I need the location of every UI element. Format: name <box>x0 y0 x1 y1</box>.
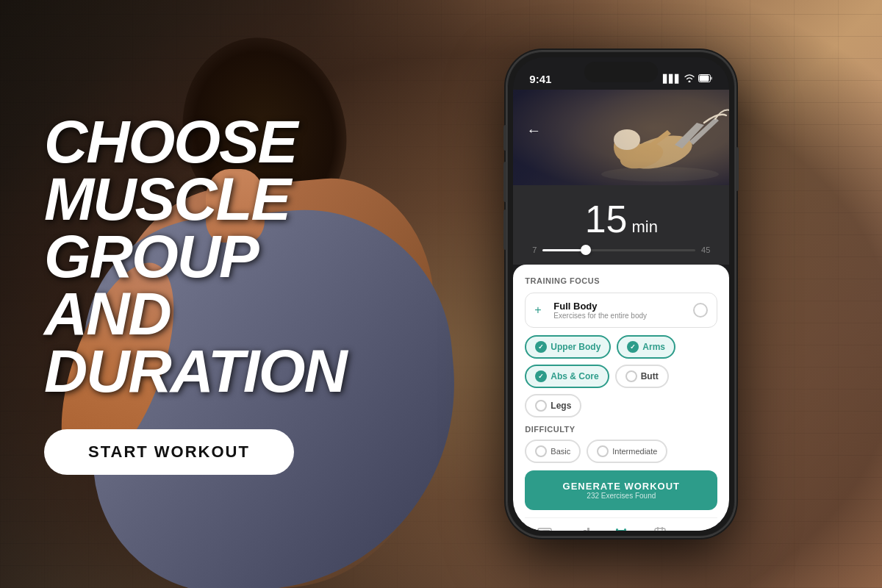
slider-min-label: 7 <box>532 245 537 254</box>
plus-icon: + <box>534 304 548 317</box>
phone-app-content: 15 min 7 45 <box>513 185 729 531</box>
duration-value: 15 <box>585 200 628 238</box>
volume-down-button <box>503 209 506 250</box>
volume-up-button <box>503 162 506 202</box>
generate-subtitle: 232 Exercises Found <box>535 492 707 500</box>
chip-label-butt: Butt <box>641 371 659 381</box>
chip-radio-butt <box>625 370 637 382</box>
svg-rect-16 <box>587 528 589 531</box>
left-section: CHOOSE MUSCLE GROUP AND DURATION START W… <box>0 54 390 533</box>
silent-switch <box>503 125 506 151</box>
basic-label: Basic <box>551 447 570 456</box>
nav-more[interactable]: ••• More <box>679 529 717 531</box>
muscle-chips: ✓ Upper Body ✓ Arms ✓ Abs & Core <box>525 335 717 417</box>
slider-fill <box>542 249 585 251</box>
cta-button-label: START WORKOUT <box>88 442 250 462</box>
intermediate-radio <box>597 445 609 457</box>
nav-plan[interactable]: Plan <box>641 527 679 531</box>
full-body-option[interactable]: + Full Body Exercises for the entire bod… <box>525 293 717 328</box>
start-workout-button[interactable]: START WORKOUT <box>44 429 294 475</box>
svg-rect-19 <box>616 528 618 531</box>
svg-rect-2 <box>711 76 712 79</box>
full-body-left: + Full Body Exercises for the entire bod… <box>534 301 647 320</box>
headline-line3: AND DURATION <box>44 285 346 400</box>
headline: CHOOSE MUSCLE GROUP AND DURATION <box>44 113 346 399</box>
svg-rect-15 <box>584 530 587 531</box>
signal-icon: ▋▋▋ <box>663 74 681 84</box>
right-section: 9:41 ▋▋▋ <box>390 51 882 537</box>
full-body-subtitle: Exercises for the entire body <box>553 312 647 320</box>
duration-section: 15 min 7 45 <box>513 185 729 265</box>
back-button[interactable]: ← <box>526 122 541 139</box>
plan-icon <box>654 527 666 531</box>
battery-icon <box>698 74 713 84</box>
generate-title: GENERATE WORKOUT <box>535 481 707 492</box>
chip-legs[interactable]: Legs <box>525 394 581 417</box>
chip-check-abs: ✓ <box>535 370 547 382</box>
difficulty-options: Basic Intermediate <box>525 440 717 463</box>
chip-label-arms: Arms <box>642 342 665 352</box>
chip-label-abs: Abs & Core <box>551 371 598 381</box>
status-icons: ▋▋▋ <box>663 74 713 84</box>
workouts-icon <box>613 526 629 531</box>
svg-rect-20 <box>624 528 626 531</box>
svg-rect-21 <box>618 530 624 531</box>
chip-label-upper-body: Upper Body <box>551 342 600 352</box>
chip-upper-body[interactable]: ✓ Upper Body <box>525 335 611 359</box>
full-body-radio[interactable] <box>693 303 708 318</box>
slider-track[interactable] <box>542 249 695 251</box>
power-button <box>736 147 739 191</box>
slider-thumb[interactable] <box>581 245 591 255</box>
svg-point-8 <box>614 129 640 150</box>
full-body-title: Full Body <box>553 301 647 312</box>
bottom-navigation: Feed <box>525 517 717 531</box>
more-icon: ••• <box>691 529 706 531</box>
phone-mockup: 9:41 ▋▋▋ <box>507 51 735 537</box>
difficulty-heading: DIFFICULTY <box>525 425 717 434</box>
chip-check-arms: ✓ <box>627 341 639 353</box>
basic-radio <box>535 445 547 457</box>
svg-rect-10 <box>539 530 550 531</box>
nav-workouts[interactable]: Workouts <box>602 526 640 531</box>
full-body-text: Full Body Exercises for the entire body <box>553 301 647 320</box>
difficulty-intermediate[interactable]: Intermediate <box>587 440 667 463</box>
phone-notch <box>584 62 658 82</box>
chip-check-upper-body: ✓ <box>535 341 547 353</box>
progress-icon <box>576 528 589 531</box>
hero-illustration <box>513 90 729 185</box>
nav-progress[interactable]: Progress <box>564 528 602 531</box>
chip-butt[interactable]: Butt <box>615 365 669 388</box>
training-focus-heading: TRAINING FOCUS <box>525 276 717 285</box>
generate-workout-button[interactable]: GENERATE WORKOUT 232 Exercises Found <box>525 470 717 510</box>
chip-radio-legs <box>535 400 547 412</box>
phone-hero-image: ← <box>513 90 729 185</box>
difficulty-basic[interactable]: Basic <box>525 440 581 463</box>
slider-max-label: 45 <box>701 245 710 254</box>
chip-arms[interactable]: ✓ Arms <box>617 335 675 359</box>
svg-rect-22 <box>655 528 665 531</box>
nav-feed[interactable]: Feed <box>525 528 563 531</box>
status-time: 9:41 <box>529 73 551 85</box>
chip-abs-core[interactable]: ✓ Abs & Core <box>525 365 609 388</box>
duration-slider[interactable]: 7 45 <box>529 245 713 254</box>
content-overlay: CHOOSE MUSCLE GROUP AND DURATION START W… <box>0 0 882 588</box>
headline-line1: CHOOSE <box>44 113 346 171</box>
phone-screen: 9:41 ▋▋▋ <box>513 57 729 531</box>
svg-rect-1 <box>700 75 709 81</box>
svg-point-4 <box>601 167 719 182</box>
wifi-icon <box>684 74 695 84</box>
feed-icon <box>537 528 552 531</box>
phone-card: TRAINING FOCUS + Full Body Exercises for… <box>513 265 729 531</box>
chip-label-legs: Legs <box>551 401 571 411</box>
headline-line2: MUSCLE GROUP <box>44 171 346 285</box>
duration-unit: min <box>632 218 658 237</box>
intermediate-label: Intermediate <box>612 447 657 456</box>
